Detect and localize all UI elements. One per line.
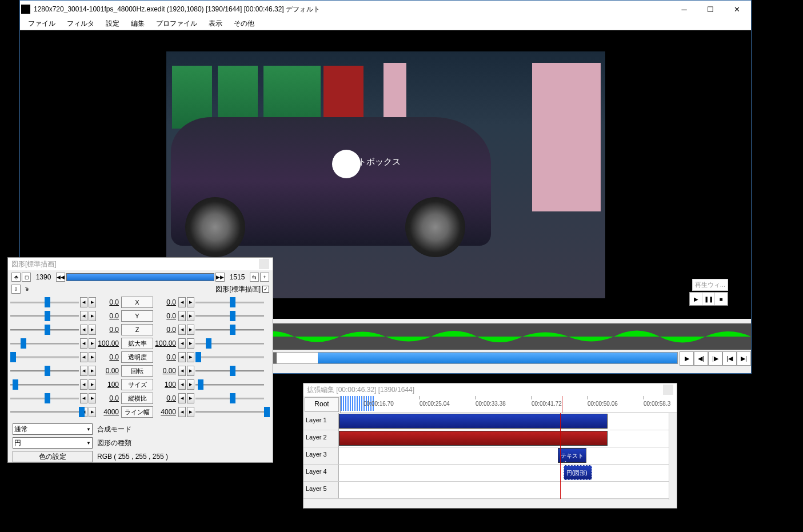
menu-file[interactable]: ファイル [22, 18, 61, 30]
spin-left-up-icon[interactable]: ▶ [89, 297, 96, 307]
menu-profile[interactable]: プロファイル [150, 18, 203, 30]
key-icon[interactable]: ◻ [22, 273, 31, 282]
timeline-playhead[interactable] [562, 396, 562, 413]
spin-right-up-icon[interactable]: ▶ [187, 325, 194, 335]
stop-button[interactable]: ■ [715, 293, 728, 305]
param-value-right[interactable]: 0.00 [154, 367, 177, 375]
param-slider-left[interactable] [10, 325, 79, 335]
layer-name[interactable]: Layer 2 [303, 430, 339, 447]
spin-right-down-icon[interactable]: ◀ [178, 338, 186, 349]
titlebar[interactable]: 1280x720_30014-1001fps_48000Hz.exedit (1… [20, 1, 751, 18]
spin-left-up-icon[interactable]: ▶ [89, 311, 96, 321]
param-slider-right[interactable] [195, 352, 264, 362]
param-value-right[interactable]: 100.00 [154, 339, 177, 347]
param-slider-left[interactable] [10, 352, 79, 362]
spin-right-up-icon[interactable]: ▶ [187, 366, 194, 376]
clip-end-frame[interactable]: 1515 [226, 273, 249, 281]
param-slider-left[interactable] [10, 393, 79, 403]
param-slider-right[interactable] [195, 407, 264, 417]
audio-clip[interactable] [339, 431, 608, 446]
text-clip[interactable]: テキストボ [558, 448, 586, 463]
param-value-left[interactable]: 100.00 [97, 339, 120, 347]
spin-left-down-icon[interactable]: ◀ [80, 366, 87, 376]
seek-next-frame-icon[interactable]: |▶ [708, 351, 722, 366]
shape-clip[interactable]: 円(図形) [564, 465, 592, 480]
param-slider-left[interactable] [10, 338, 79, 349]
spin-right-up-icon[interactable]: ▶ [187, 311, 194, 321]
layer-name[interactable]: Layer 4 [303, 465, 339, 481]
color-settings-button[interactable]: 色の設定 [13, 451, 93, 462]
param-label-button[interactable]: 拡大率 [121, 338, 153, 349]
param-slider-right[interactable] [195, 311, 264, 321]
param-slider-left[interactable] [10, 407, 79, 417]
spin-right-up-icon[interactable]: ▶ [187, 352, 194, 362]
menu-view[interactable]: 表示 [203, 18, 228, 30]
param-label-button[interactable]: Z [121, 324, 153, 335]
menu-other[interactable]: その他 [228, 18, 260, 30]
param-value-right[interactable]: 0.0 [154, 312, 177, 320]
spin-left-up-icon[interactable]: ▶ [89, 393, 96, 403]
param-slider-right[interactable] [195, 379, 264, 390]
layer-track[interactable] [339, 413, 677, 430]
spin-left-up-icon[interactable]: ▶ [89, 407, 96, 417]
param-label-button[interactable]: X [121, 297, 153, 308]
shape-panel-close-icon[interactable] [259, 259, 269, 269]
param-slider-left[interactable] [10, 311, 79, 321]
param-label-button[interactable]: 透明度 [121, 351, 153, 363]
param-value-left[interactable]: 0.0 [97, 312, 120, 320]
pause-button[interactable]: ❚❚ [702, 293, 715, 305]
spin-left-down-icon[interactable]: ◀ [80, 379, 87, 390]
param-label-button[interactable]: ライン幅 [121, 406, 153, 418]
spin-left-up-icon[interactable]: ▶ [89, 352, 96, 362]
menu-edit[interactable]: 編集 [125, 18, 150, 30]
param-slider-right[interactable] [195, 297, 264, 307]
spin-right-up-icon[interactable]: ▶ [187, 297, 194, 307]
param-value-left[interactable]: 0.0 [97, 326, 120, 334]
layer-name[interactable]: Layer 3 [303, 447, 339, 464]
param-label-button[interactable]: 縦横比 [121, 393, 153, 404]
shape-type-select[interactable]: 円▼ [13, 437, 93, 449]
minimize-button[interactable]: ─ [671, 1, 697, 18]
spin-left-down-icon[interactable]: ◀ [80, 393, 87, 403]
param-value-right[interactable]: 4000 [154, 408, 177, 416]
param-slider-right[interactable] [195, 393, 264, 403]
param-value-left[interactable]: 0.0 [97, 353, 120, 361]
param-slider-left[interactable] [10, 366, 79, 376]
spin-left-up-icon[interactable]: ▶ [89, 366, 96, 376]
param-value-left[interactable]: 0.0 [97, 394, 120, 402]
spin-left-down-icon[interactable]: ◀ [80, 311, 87, 321]
spin-left-up-icon[interactable]: ▶ [89, 338, 96, 349]
spin-left-down-icon[interactable]: ◀ [80, 325, 87, 335]
timeline-root-button[interactable]: Root [305, 397, 339, 412]
layer-track[interactable]: テキストボ [339, 447, 677, 464]
step-fwd-icon[interactable]: ▶▶ [215, 273, 225, 282]
layer-track[interactable] [339, 430, 677, 447]
menu-settings[interactable]: 設定 [100, 18, 125, 30]
play-button[interactable]: ▶ [690, 293, 702, 305]
spin-left-up-icon[interactable]: ▶ [89, 325, 96, 335]
spin-right-down-icon[interactable]: ◀ [178, 366, 186, 376]
video-clip[interactable] [339, 414, 608, 429]
param-label-button[interactable]: Y [121, 310, 153, 322]
prev-key-icon[interactable]: ⬘ [11, 273, 21, 282]
spin-right-down-icon[interactable]: ◀ [178, 379, 186, 390]
spin-left-down-icon[interactable]: ◀ [80, 338, 87, 349]
clip-start-frame[interactable]: 1390 [32, 273, 55, 281]
layer-track[interactable] [339, 482, 677, 498]
param-slider-right[interactable] [195, 366, 264, 376]
seek-end-icon[interactable]: ▶| [737, 351, 751, 366]
param-label-button[interactable]: サイズ [121, 379, 153, 390]
param-value-left[interactable]: 0.00 [97, 367, 120, 375]
add-icon[interactable]: + [260, 273, 269, 282]
seek-prev-frame-icon[interactable]: ◀| [694, 351, 708, 366]
clip-frame-slider[interactable] [66, 273, 214, 281]
step-back-icon[interactable]: ◀◀ [56, 273, 65, 282]
param-value-right[interactable]: 0.0 [154, 353, 177, 361]
layer-name[interactable]: Layer 5 [303, 482, 339, 498]
seek-play-icon[interactable]: ▶ [680, 351, 694, 366]
layer-track[interactable]: 円(図形) [339, 465, 677, 481]
spin-right-down-icon[interactable]: ◀ [178, 407, 186, 417]
param-slider-left[interactable] [10, 379, 79, 390]
timeline-scroll-v[interactable] [669, 413, 677, 500]
shape-enable-checkbox[interactable]: ✓ [262, 286, 269, 293]
